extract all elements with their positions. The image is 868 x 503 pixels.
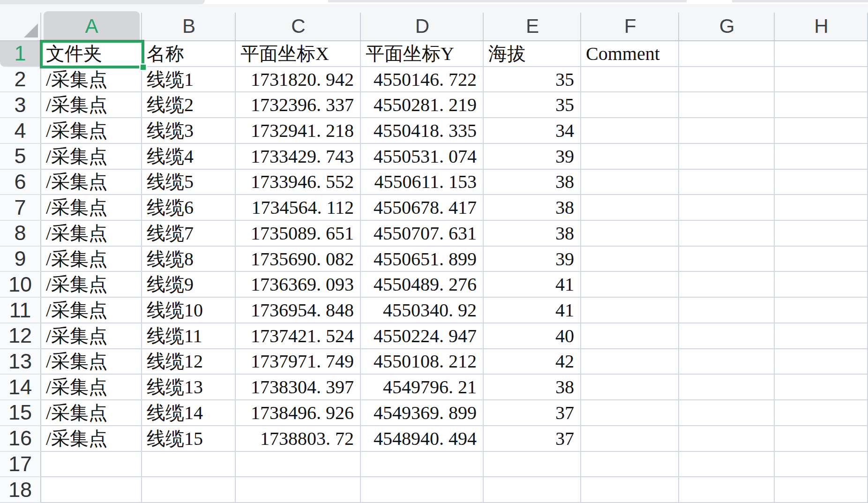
cell-B13[interactable]: 线缆12 [142,349,236,375]
row-header-12[interactable]: 12 [0,323,41,349]
cell-E15[interactable]: 37 [484,400,581,426]
row-header-11[interactable]: 11 [0,298,41,323]
cell-E13[interactable]: 42 [484,349,581,375]
cell-C14[interactable]: 1738304. 397 [236,375,361,400]
cell-H7[interactable] [775,195,868,221]
cell-C16[interactable]: 1738803. 72 [236,426,361,452]
cell-H11[interactable] [775,298,868,323]
fill-handle[interactable] [139,63,147,71]
cell-A4[interactable]: /采集点 [41,118,142,144]
cell-B12[interactable]: 线缆11 [142,323,236,349]
cell-C12[interactable]: 1737421. 524 [236,323,361,349]
column-header-A[interactable]: A [41,4,142,40]
cell-H6[interactable] [775,170,868,195]
column-header-H[interactable]: H [775,4,868,40]
cell-H3[interactable] [775,92,868,118]
cell-D16[interactable]: 4548940. 494 [361,426,484,452]
cell-F4[interactable] [581,118,679,144]
row-header-2[interactable]: 2 [0,67,41,93]
cell-B7[interactable]: 线缆6 [142,195,236,221]
cell-E4[interactable]: 34 [484,118,581,144]
cell-B11[interactable]: 线缆10 [142,298,236,323]
cell-F16[interactable] [581,426,679,452]
column-header-G[interactable]: G [679,4,775,40]
cell-H1[interactable] [775,41,868,67]
cell-F2[interactable] [581,67,679,93]
cell-C4[interactable]: 1732941. 218 [236,118,361,144]
cell-C15[interactable]: 1738496. 926 [236,400,361,426]
cell-G13[interactable] [679,349,775,375]
select-all-corner[interactable] [0,4,41,40]
row-header-3[interactable]: 3 [0,92,41,118]
cell-E12[interactable]: 40 [484,323,581,349]
cell-A14[interactable]: /采集点 [41,375,142,400]
cell-B9[interactable]: 线缆8 [142,247,236,272]
cell-E11[interactable]: 41 [484,298,581,323]
column-header-C[interactable]: C [236,4,361,40]
cell-B8[interactable]: 线缆7 [142,221,236,247]
row-header-14[interactable]: 14 [0,375,41,400]
cell-B5[interactable]: 线缆4 [142,144,236,170]
row-header-8[interactable]: 8 [0,221,41,247]
cell-G4[interactable] [679,118,775,144]
cell-B14[interactable]: 线缆13 [142,375,236,400]
cell-G10[interactable] [679,272,775,298]
cell-C5[interactable]: 1733429. 743 [236,144,361,170]
row-header-17[interactable]: 17 [0,452,41,478]
column-header-B[interactable]: B [142,4,236,40]
cell-C8[interactable]: 1735089. 651 [236,221,361,247]
cell-F17[interactable] [581,452,679,478]
cell-E16[interactable]: 37 [484,426,581,452]
cell-D9[interactable]: 4550651. 899 [361,247,484,272]
cell-A1[interactable]: 文件夹 [41,41,142,67]
row-header-10[interactable]: 10 [0,272,41,298]
cell-C18[interactable] [236,477,361,503]
row-header-13[interactable]: 13 [0,349,41,375]
cell-D6[interactable]: 4550611. 153 [361,170,484,195]
cell-A12[interactable]: /采集点 [41,323,142,349]
cell-D18[interactable] [361,477,484,503]
row-header-16[interactable]: 16 [0,426,41,452]
cell-F10[interactable] [581,272,679,298]
cell-E5[interactable]: 39 [484,144,581,170]
cell-H8[interactable] [775,221,868,247]
cell-E8[interactable]: 38 [484,221,581,247]
cell-C2[interactable]: 1731820. 942 [236,67,361,93]
cell-F15[interactable] [581,400,679,426]
cell-E10[interactable]: 41 [484,272,581,298]
cell-F7[interactable] [581,195,679,221]
column-header-D[interactable]: D [361,4,484,40]
cell-G1[interactable] [679,41,775,67]
cell-D11[interactable]: 4550340. 92 [361,298,484,323]
cell-F3[interactable] [581,92,679,118]
cell-D5[interactable]: 4550531. 074 [361,144,484,170]
cell-D4[interactable]: 4550418. 335 [361,118,484,144]
cell-A10[interactable]: /采集点 [41,272,142,298]
column-header-F[interactable]: F [581,4,679,40]
cell-H17[interactable] [775,452,868,478]
cell-D7[interactable]: 4550678. 417 [361,195,484,221]
cell-C6[interactable]: 1733946. 552 [236,170,361,195]
cell-A18[interactable] [41,477,142,503]
cell-F6[interactable] [581,170,679,195]
cell-A6[interactable]: /采集点 [41,170,142,195]
cell-B6[interactable]: 线缆5 [142,170,236,195]
cell-B1[interactable]: 名称 [142,41,236,67]
cell-E2[interactable]: 35 [484,67,581,93]
cell-F8[interactable] [581,221,679,247]
cell-A16[interactable]: /采集点 [41,426,142,452]
cell-A15[interactable]: /采集点 [41,400,142,426]
cell-D2[interactable]: 4550146. 722 [361,67,484,93]
cell-C10[interactable]: 1736369. 093 [236,272,361,298]
cell-C11[interactable]: 1736954. 848 [236,298,361,323]
cell-C1[interactable]: 平面坐标X [236,41,361,67]
cell-A8[interactable]: /采集点 [41,221,142,247]
cell-G2[interactable] [679,67,775,93]
cell-A5[interactable]: /采集点 [41,144,142,170]
cell-A3[interactable]: /采集点 [41,92,142,118]
cell-H15[interactable] [775,400,868,426]
cell-A7[interactable]: /采集点 [41,195,142,221]
cell-B15[interactable]: 线缆14 [142,400,236,426]
cell-A13[interactable]: /采集点 [41,349,142,375]
cell-D17[interactable] [361,452,484,478]
